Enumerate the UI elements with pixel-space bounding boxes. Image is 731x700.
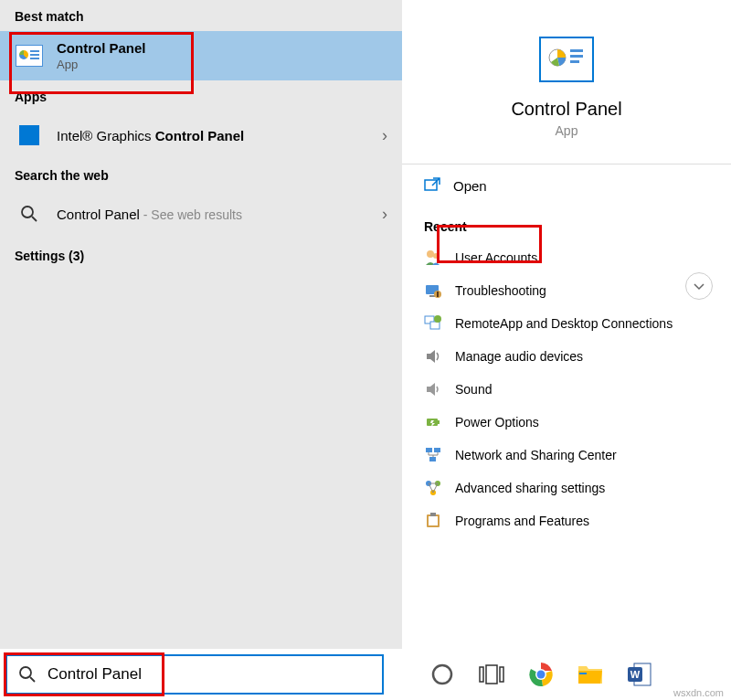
sharing-icon <box>424 479 442 497</box>
search-icon <box>18 665 37 684</box>
result-subtitle: App <box>57 58 387 71</box>
recent-user-accounts[interactable]: User Accounts <box>402 241 731 274</box>
svg-rect-25 <box>429 516 438 525</box>
watermark: wsxdn.com <box>673 687 724 698</box>
svg-rect-3 <box>570 49 583 52</box>
recent-label: Network and Sharing Center <box>455 448 617 462</box>
cortana-icon[interactable] <box>428 660 457 689</box>
taskbar: W <box>0 649 731 700</box>
power-icon <box>424 413 442 431</box>
remoteapp-icon <box>424 314 442 333</box>
file-explorer-icon[interactable] <box>576 660 605 689</box>
recent-label: Manage audio devices <box>455 349 583 364</box>
search-icon <box>15 199 44 228</box>
svg-rect-14 <box>430 322 440 329</box>
svg-rect-32 <box>500 667 503 682</box>
recent-sharing[interactable]: Advanced sharing settings <box>402 472 731 504</box>
control-panel-icon <box>15 41 44 70</box>
svg-rect-18 <box>426 448 432 452</box>
result-control-panel[interactable]: Control Panel App <box>0 31 402 80</box>
svg-point-15 <box>434 315 441 323</box>
svg-rect-12 <box>437 292 439 297</box>
web-title: Control Panel <box>57 207 140 222</box>
app-prefix: Intel® Graphics <box>57 128 155 143</box>
user-accounts-icon <box>424 249 442 267</box>
result-title: Control Panel <box>57 40 146 56</box>
result-web-search[interactable]: Control Panel - See web results › <box>0 190 402 238</box>
svg-line-28 <box>30 677 35 682</box>
troubleshooting-icon <box>424 281 442 300</box>
apps-header: Apps <box>0 80 402 111</box>
app-icon <box>15 121 44 150</box>
recent-label: Sound <box>455 382 492 397</box>
word-icon[interactable]: W <box>625 660 654 689</box>
svg-rect-6 <box>425 180 437 190</box>
svg-rect-26 <box>430 513 436 516</box>
recent-power-options[interactable]: Power Options <box>402 406 731 439</box>
svg-rect-20 <box>429 457 436 461</box>
recent-label: User Accounts <box>455 250 537 265</box>
recent-label: Programs and Features <box>455 514 589 528</box>
search-input[interactable] <box>48 665 382 684</box>
best-match-header: Best match <box>0 0 402 31</box>
recent-programs[interactable]: Programs and Features <box>402 504 731 537</box>
open-action[interactable]: Open <box>402 164 731 207</box>
recent-header: Recent <box>402 207 731 241</box>
svg-point-35 <box>537 671 546 679</box>
detail-subtitle: App <box>420 123 713 138</box>
svg-point-8 <box>433 253 439 259</box>
search-box[interactable] <box>5 654 384 695</box>
recent-sound[interactable]: Sound <box>402 373 731 406</box>
svg-rect-4 <box>570 55 583 58</box>
detail-title: Control Panel <box>420 99 713 120</box>
chrome-icon[interactable] <box>526 660 556 689</box>
recent-label: Power Options <box>455 415 539 430</box>
open-icon <box>424 177 440 194</box>
svg-point-29 <box>433 665 451 684</box>
svg-line-1 <box>32 217 37 221</box>
web-suffix: - See web results <box>140 207 242 222</box>
recent-label: Advanced sharing settings <box>455 481 605 495</box>
chevron-right-icon: › <box>382 205 387 224</box>
sound-icon <box>424 380 442 398</box>
open-label: Open <box>453 178 487 194</box>
recent-audio-devices[interactable]: Manage audio devices <box>402 340 731 373</box>
control-panel-icon-large <box>539 37 594 82</box>
chevron-right-icon: › <box>382 126 387 145</box>
expand-button[interactable] <box>685 272 713 300</box>
settings-header[interactable]: Settings (3) <box>0 238 402 274</box>
svg-rect-36 <box>579 673 587 674</box>
recent-label: RemoteApp and Desktop Connections <box>455 316 673 331</box>
svg-point-7 <box>427 250 434 258</box>
recent-troubleshooting[interactable]: Troubleshooting <box>402 274 731 307</box>
task-view-icon[interactable] <box>477 660 506 689</box>
svg-point-0 <box>22 207 33 217</box>
recent-network[interactable]: Network and Sharing Center <box>402 439 731 472</box>
audio-icon <box>424 347 442 366</box>
result-intel-graphics[interactable]: Intel® Graphics Control Panel › <box>0 111 402 159</box>
svg-rect-17 <box>438 420 440 424</box>
web-header: Search the web <box>0 159 402 190</box>
svg-rect-10 <box>429 295 435 297</box>
programs-icon <box>424 512 442 530</box>
app-bold: Control Panel <box>155 128 245 143</box>
recent-label: Troubleshooting <box>455 283 546 298</box>
svg-rect-5 <box>570 60 579 63</box>
svg-text:W: W <box>630 669 641 680</box>
svg-rect-19 <box>434 448 440 452</box>
svg-rect-31 <box>486 665 497 684</box>
svg-rect-30 <box>480 667 483 682</box>
recent-remoteapp[interactable]: RemoteApp and Desktop Connections <box>402 307 731 340</box>
network-icon <box>424 446 442 464</box>
svg-point-27 <box>20 667 31 678</box>
